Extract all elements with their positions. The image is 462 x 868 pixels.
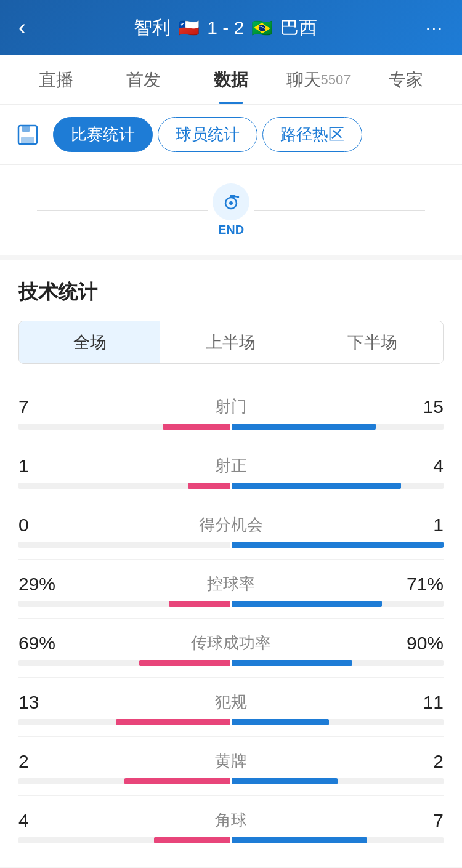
stat-left-value: 69% [18, 633, 68, 654]
bar-left [139, 660, 230, 666]
stat-label: 射门 [215, 396, 247, 417]
bar-right-container [232, 660, 444, 666]
bar-right [232, 778, 338, 784]
period-tabs: 全场 上半场 下半场 [18, 321, 444, 364]
bar-right-container [232, 601, 444, 607]
stat-label: 角球 [215, 810, 247, 831]
tech-stats-title: 技术统计 [18, 279, 444, 306]
stat-values: 1 射正 4 [18, 455, 444, 476]
timeline-end-label: END [218, 223, 244, 237]
stat-right-value: 71% [394, 574, 444, 595]
nav-tabs: 直播 首发 数据 聊天5507 专家 [0, 55, 462, 105]
tab-data[interactable]: 数据 [187, 55, 275, 104]
header: ‹ 智利 🇨🇱 1 - 2 🇧🇷 巴西 ··· [0, 0, 462, 55]
stat-bars [18, 483, 444, 489]
svg-point-5 [229, 201, 233, 205]
stat-bars [18, 424, 444, 430]
stat-row: 2 黄牌 2 [18, 737, 444, 796]
stat-row: 0 得分机会 1 [18, 500, 444, 560]
bar-left-container [18, 483, 230, 489]
bar-left-container [18, 424, 230, 430]
stat-label: 射正 [215, 455, 247, 476]
stat-row: 69% 传球成功率 90% [18, 619, 444, 678]
stat-label: 犯规 [215, 691, 247, 713]
stat-right-value: 4 [394, 456, 444, 476]
stat-values: 13 犯规 11 [18, 691, 444, 713]
match-title: 智利 🇨🇱 1 - 2 🇧🇷 巴西 [134, 15, 317, 41]
stat-values: 2 黄牌 2 [18, 750, 444, 772]
stat-right-value: 2 [394, 751, 444, 772]
stat-bars [18, 719, 444, 725]
bar-left [154, 837, 230, 843]
stat-right-value: 11 [394, 692, 444, 713]
stat-label: 黄牌 [215, 750, 247, 772]
stat-bars [18, 778, 444, 784]
stat-values: 4 角球 7 [18, 810, 444, 831]
sub-tab-heatmap[interactable]: 路径热区 [262, 117, 362, 152]
sub-tab-match-stats[interactable]: 比赛统计 [53, 117, 153, 152]
tab-lineup[interactable]: 首发 [100, 55, 187, 104]
stat-label: 传球成功率 [191, 632, 271, 654]
period-tab-full[interactable]: 全场 [19, 321, 160, 363]
bar-right [232, 483, 401, 489]
period-tab-first-half[interactable]: 上半场 [160, 321, 301, 363]
bar-left [163, 424, 230, 430]
bar-right [232, 542, 444, 548]
bar-right-container [232, 837, 444, 843]
timeline-end-icon: END [208, 183, 254, 237]
bar-right [232, 424, 376, 430]
save-icon [12, 119, 43, 150]
tab-live[interactable]: 直播 [12, 55, 100, 104]
svg-rect-2 [21, 137, 34, 144]
bar-left-container [18, 542, 230, 548]
more-button[interactable]: ··· [426, 18, 444, 38]
stat-right-value: 90% [394, 633, 444, 654]
bar-right-container [232, 542, 444, 548]
bar-right-container [232, 778, 444, 784]
stat-bars [18, 542, 444, 548]
stat-values: 7 射门 15 [18, 396, 444, 417]
bar-right-container [232, 424, 444, 430]
bar-left-container [18, 719, 230, 725]
stat-bars [18, 601, 444, 607]
stat-label: 得分机会 [199, 514, 263, 536]
right-team-flag: 🇧🇷 [251, 18, 273, 38]
stat-right-value: 7 [394, 810, 444, 831]
match-score: 1 - 2 [207, 17, 244, 38]
bar-right-container [232, 719, 444, 725]
stat-row: 29% 控球率 71% [18, 560, 444, 619]
back-button[interactable]: ‹ [18, 15, 26, 41]
stat-left-value: 13 [18, 692, 68, 713]
bar-left [188, 483, 230, 489]
stat-left-value: 4 [18, 810, 68, 831]
bar-left-container [18, 778, 230, 784]
tab-chat[interactable]: 聊天5507 [275, 55, 362, 104]
bar-left [169, 601, 230, 607]
sub-tabs: 比赛统计 球员统计 路径热区 [53, 117, 362, 152]
right-team-name: 巴西 [280, 15, 317, 41]
sub-header: 比赛统计 球员统计 路径热区 [0, 105, 462, 165]
stat-left-value: 29% [18, 574, 68, 595]
bar-right [232, 837, 367, 843]
whistle-icon [213, 183, 249, 220]
stat-bars [18, 660, 444, 666]
bar-left [124, 778, 230, 784]
bar-right [232, 719, 329, 725]
bar-left-container [18, 837, 230, 843]
stat-label: 控球率 [207, 573, 255, 595]
stat-row: 4 角球 7 [18, 796, 444, 854]
stat-values: 69% 传球成功率 90% [18, 632, 444, 654]
stat-left-value: 2 [18, 751, 68, 772]
sub-tab-player-stats[interactable]: 球员统计 [158, 117, 257, 152]
tech-stats-section: 技术统计 全场 上半场 下半场 7 射门 15 1 射正 [0, 260, 462, 867]
svg-rect-1 [22, 126, 30, 132]
chat-count: 5507 [321, 72, 351, 88]
stat-right-value: 15 [394, 396, 444, 417]
period-tab-second-half[interactable]: 下半场 [302, 321, 443, 363]
timeline: END [0, 165, 462, 260]
stat-left-value: 7 [18, 396, 68, 417]
stat-left-value: 1 [18, 456, 68, 476]
stat-values: 29% 控球率 71% [18, 573, 444, 595]
stat-values: 0 得分机会 1 [18, 514, 444, 536]
tab-expert[interactable]: 专家 [362, 55, 450, 104]
